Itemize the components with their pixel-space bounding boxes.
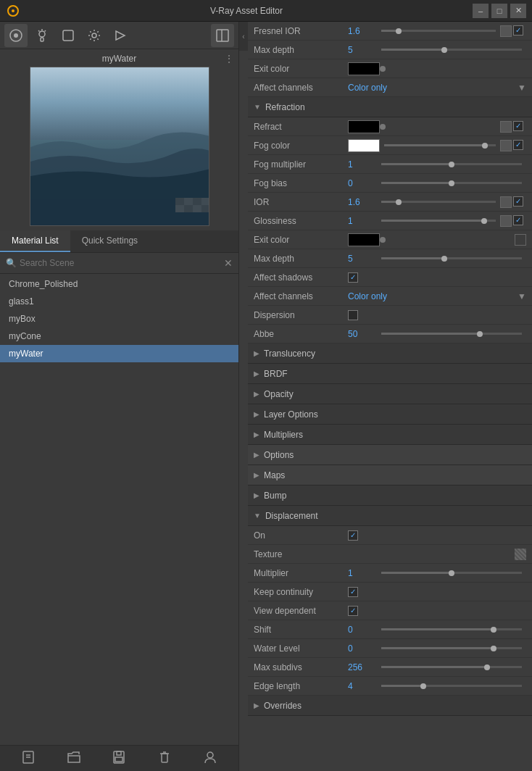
material-item-mybox[interactable]: myBox (0, 310, 238, 328)
tab-quick-settings[interactable]: Quick Settings (70, 230, 149, 252)
svg-rect-18 (193, 198, 201, 205)
edge-length-slider[interactable] (381, 685, 522, 687)
map-icon-fresnel[interactable] (500, 25, 512, 37)
checkbox-fog[interactable] (513, 140, 523, 150)
tab-material-list[interactable]: Material List (0, 230, 70, 252)
dispersion-row: Dispersion (248, 306, 532, 325)
options-section-header[interactable]: ▶ Options (248, 445, 532, 465)
exit-color-swatch[interactable] (348, 233, 380, 246)
checkbox-refract[interactable] (513, 121, 523, 131)
ior-value[interactable]: 1.6 (348, 197, 377, 207)
close-button[interactable]: ✕ (510, 4, 526, 18)
toolbar-icon-main[interactable] (4, 24, 28, 47)
abbe-value[interactable]: 50 (348, 329, 377, 339)
max-depth-value[interactable]: 5 (348, 254, 377, 264)
fog-color-swatch[interactable] (348, 139, 380, 152)
delete-button[interactable] (157, 750, 172, 767)
fresnel-ior-slider[interactable] (381, 30, 496, 32)
search-input[interactable] (20, 258, 221, 268)
bump-section-header[interactable]: ▶ Bump (248, 485, 532, 506)
water-level-value[interactable]: 0 (348, 643, 377, 654)
ior-slider[interactable] (381, 201, 496, 203)
svg-rect-20 (175, 205, 184, 212)
max-depth-slider[interactable] (381, 257, 522, 259)
open-button[interactable] (67, 750, 81, 767)
material-list: Chrome_Polished glass1 myBox myCone myWa… (0, 274, 238, 745)
toolbar-icon-object[interactable] (57, 24, 80, 47)
abbe-slider[interactable] (381, 333, 522, 335)
max-subdivs-value[interactable]: 256 (348, 662, 377, 672)
glossiness-value[interactable]: 1 (348, 216, 377, 226)
maps-section-header[interactable]: ▶ Maps (248, 465, 532, 485)
refract-swatch[interactable] (348, 120, 380, 133)
exit-color-ref-swatch[interactable] (348, 62, 380, 75)
exit-color-ref-dot (380, 66, 386, 72)
keep-continuity-checkbox[interactable] (348, 587, 358, 597)
map-icon-fog[interactable] (500, 140, 512, 151)
material-item-mywater[interactable]: myWater (0, 345, 238, 362)
checkbox-fresnel[interactable] (513, 25, 523, 36)
disp-multiplier-value[interactable]: 1 (348, 568, 377, 578)
overrides-section-header[interactable]: ▶ Overrides (248, 696, 532, 716)
disp-on-checkbox[interactable] (348, 530, 358, 541)
max-depth-ref-value[interactable]: 5 (348, 45, 377, 55)
search-bar: 🔍 ✕ (0, 253, 238, 274)
view-dependent-checkbox[interactable] (348, 606, 358, 616)
search-clear-button[interactable]: ✕ (224, 257, 233, 269)
layer-options-section-header[interactable]: ▶ Layer Options (248, 404, 532, 425)
toolbar-icon-panel[interactable] (211, 24, 234, 47)
save-button[interactable] (112, 750, 126, 767)
opacity-arrow-icon: ▶ (254, 390, 259, 398)
tabs-area: Material List Quick Settings (0, 230, 238, 253)
refraction-section-header[interactable]: ▼ Refraction (248, 97, 532, 117)
edge-length-value[interactable]: 4 (348, 681, 377, 691)
fresnel-ior-value[interactable]: 1.6 (348, 26, 377, 36)
opacity-section-header[interactable]: ▶ Opacity (248, 384, 532, 404)
map-icon-exit[interactable] (515, 234, 526, 246)
max-subdivs-slider[interactable] (381, 666, 522, 668)
translucency-section-header[interactable]: ▶ Translucency (248, 343, 532, 364)
material-item-mycone[interactable]: myCone (0, 328, 238, 345)
fog-bias-value[interactable]: 0 (348, 178, 377, 188)
toolbar-icon-light[interactable] (30, 24, 54, 47)
user-button[interactable] (203, 750, 217, 767)
maximize-button[interactable]: □ (491, 4, 507, 18)
map-icon-refract[interactable] (500, 121, 512, 133)
toolbar-icon-render[interactable] (109, 24, 132, 47)
options-section-title: Options (264, 450, 294, 460)
affect-channels-ref-dropdown[interactable]: Color only ▼ (348, 83, 526, 93)
fog-bias-slider[interactable] (381, 182, 522, 184)
glossiness-slider[interactable] (381, 220, 496, 222)
translucency-section-title: Translucency (264, 349, 315, 359)
collapse-panel-button[interactable]: ‹ (239, 22, 248, 51)
affect-channels-dropdown[interactable]: Color only ▼ (348, 291, 526, 301)
preview-menu-button[interactable]: ⋮ (224, 53, 234, 64)
fog-multiplier-slider[interactable] (381, 163, 522, 165)
max-depth-ref-slider[interactable] (381, 49, 522, 51)
checkbox-ior[interactable] (513, 196, 523, 207)
shift-value[interactable]: 0 (348, 625, 377, 635)
map-icon-glossiness[interactable] (500, 215, 512, 227)
multipliers-section-header[interactable]: ▶ Multipliers (248, 425, 532, 445)
new-material-button[interactable] (21, 750, 36, 767)
fog-color-slider[interactable] (384, 144, 496, 146)
material-item-chrome[interactable]: Chrome_Polished (0, 275, 238, 293)
minimize-button[interactable]: – (473, 4, 489, 18)
map-icon-ior[interactable] (500, 196, 512, 208)
toolbar-icon-settings[interactable] (83, 24, 106, 47)
water-level-slider[interactable] (381, 647, 522, 649)
checkbox-glossiness[interactable] (513, 215, 523, 225)
material-item-glass[interactable]: glass1 (0, 293, 238, 310)
ior-row: IOR 1.6 (248, 193, 532, 212)
brdf-section-header[interactable]: ▶ BRDF (248, 364, 532, 384)
dispersion-checkbox[interactable] (348, 310, 358, 320)
disp-multiplier-slider[interactable] (381, 572, 522, 574)
max-depth-reflection-row: Max depth 5 (248, 41, 532, 59)
fog-multiplier-value[interactable]: 1 (348, 159, 377, 170)
shift-slider[interactable] (381, 628, 522, 630)
displacement-section-header[interactable]: ▼ Displacement (248, 506, 532, 526)
svg-line-8 (38, 30, 40, 32)
disp-texture-row: Texture (248, 545, 532, 564)
affect-shadows-checkbox[interactable] (348, 272, 358, 283)
disp-texture-map-button[interactable] (515, 549, 526, 560)
